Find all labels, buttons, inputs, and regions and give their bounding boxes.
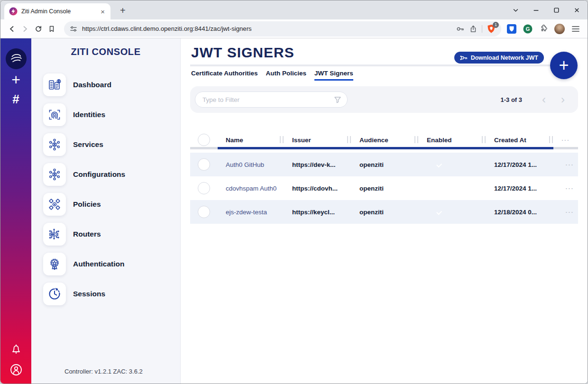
sidebar-item-policies[interactable]: Policies <box>31 189 180 219</box>
table-row[interactable]: ejs-zdew-testa https://keycl... openziti… <box>190 200 578 224</box>
cell-audience: openziti <box>351 209 419 216</box>
cell-name[interactable]: Auth0 GitHub <box>218 161 284 168</box>
browser-tabstrip: Ziti Admin Console × + <box>0 0 588 19</box>
column-header-audience[interactable]: Audience <box>351 133 419 147</box>
plus-icon: + <box>559 55 569 75</box>
row-checkbox[interactable] <box>198 206 210 218</box>
add-jwt-signer-button[interactable]: + <box>550 52 578 79</box>
table-header-row: Name Issuer Audience Enabled Created At … <box>190 133 578 147</box>
select-all-checkbox[interactable] <box>198 134 210 146</box>
sessions-icon <box>43 283 66 305</box>
policies-icon <box>43 193 66 216</box>
tab-close-icon[interactable]: × <box>100 8 106 16</box>
jwt-signers-table: Name Issuer Audience Enabled Created At … <box>190 133 578 224</box>
column-header-name[interactable]: Name <box>218 133 284 147</box>
profile-avatar[interactable] <box>554 24 565 34</box>
cell-issuer: https://cdovh... <box>284 185 351 192</box>
reload-button[interactable] <box>35 25 42 33</box>
sidebar-item-label: Configurations <box>73 170 125 179</box>
pagination-prev-icon[interactable]: ‹ <box>542 94 546 105</box>
sidebar-item-label: Policies <box>73 200 101 209</box>
pagination-next-icon[interactable]: › <box>561 94 565 105</box>
row-menu-icon[interactable]: ··· <box>553 161 578 168</box>
table-row[interactable]: Auth0 GitHub https://dev-k... openziti 1… <box>190 153 578 176</box>
sidebar-item-sessions[interactable]: Sessions <box>31 279 180 309</box>
cell-audience: openziti <box>351 185 419 192</box>
url-bar[interactable]: https://ctrl.cdaws.clint.demo.openziti.o… <box>64 21 501 37</box>
sidebar-item-label: Services <box>73 140 103 149</box>
url-text[interactable]: https://ctrl.cdaws.clint.demo.openziti.o… <box>82 25 451 32</box>
column-options-icon[interactable]: ··· <box>553 133 578 147</box>
tab-search-chevron-icon[interactable] <box>513 7 519 13</box>
column-header-enabled[interactable]: Enabled <box>419 133 486 147</box>
window-close-button[interactable] <box>574 7 580 13</box>
notifications-bell-icon[interactable] <box>10 343 22 355</box>
sidebar-item-authentication[interactable]: Authentication <box>31 249 180 279</box>
sidebar-item-label: Sessions <box>73 290 105 298</box>
row-checkbox[interactable] <box>198 182 210 194</box>
sidebar-item-label: Routers <box>73 230 101 238</box>
tab-certificate-authorities[interactable]: Certificate Authorities <box>191 70 258 81</box>
grammarly-extension-icon[interactable]: G <box>523 24 533 34</box>
cell-created-at: 12/17/2024 1... <box>486 161 553 168</box>
tab-jwt-signers[interactable]: JWT Signers <box>314 70 353 81</box>
toolbar-divider <box>482 25 482 33</box>
services-icon <box>43 133 66 156</box>
site-settings-icon[interactable] <box>70 25 77 33</box>
sidebar-item-label: Identities <box>73 110 105 119</box>
back-button[interactable] <box>8 25 16 33</box>
identities-icon <box>43 103 66 126</box>
user-profile-icon[interactable] <box>9 363 23 377</box>
table-row[interactable]: cdovhspam Auth0 https://cdovh... openzit… <box>190 176 578 200</box>
table-header-bar <box>190 147 578 149</box>
authentication-icon <box>43 253 66 275</box>
extensions-puzzle-icon[interactable] <box>539 25 548 33</box>
dashboard-icon <box>43 73 66 96</box>
rail-add-icon[interactable]: + <box>11 72 20 87</box>
browser-tab[interactable]: Ziti Admin Console × <box>4 3 110 19</box>
pagination-range-label: 1-3 of 3 <box>500 96 522 103</box>
filter-bar: 1-3 of 3 ‹ › <box>190 86 578 113</box>
browser-window: Ziti Admin Console × + <box>0 0 588 384</box>
configurations-icon <box>43 163 66 186</box>
window-maximize-button[interactable] <box>553 7 560 13</box>
download-network-jwt-button[interactable]: Download Network JWT <box>454 52 544 64</box>
sidebar-item-services[interactable]: Services <box>31 129 180 159</box>
sidebar-item-routers[interactable]: Routers <box>31 219 180 249</box>
row-menu-icon[interactable]: ··· <box>553 185 578 192</box>
sidebar-item-identities[interactable]: Identities <box>31 100 180 129</box>
filter-funnel-icon[interactable] <box>333 95 342 104</box>
ziti-logo-icon[interactable] <box>6 48 27 69</box>
version-footer: Controller: v1.2.1 ZAC: 3.6.2 <box>64 368 180 375</box>
cell-created-at: 12/18/2024 0... <box>486 209 553 216</box>
sidebar-item-label: Authentication <box>73 260 125 268</box>
cell-name[interactable]: cdovhspam Auth0 <box>218 185 284 192</box>
window-minimize-button[interactable] <box>533 7 539 13</box>
sidebar-item-dashboard[interactable]: Dashboard <box>31 70 180 100</box>
column-header-created-at[interactable]: Created At <box>486 133 553 147</box>
cell-issuer: https://keycl... <box>284 209 351 216</box>
row-checkbox[interactable] <box>198 158 210 171</box>
filter-input[interactable] <box>195 91 348 108</box>
shield-badge: 1 <box>493 22 499 28</box>
brave-shield-icon[interactable]: 1 <box>487 24 496 34</box>
sidebar-item-configurations[interactable]: Configurations <box>31 159 180 189</box>
new-tab-button[interactable]: + <box>117 4 129 17</box>
tab-title: Ziti Admin Console <box>21 8 100 15</box>
column-header-issuer[interactable]: Issuer <box>284 133 351 147</box>
bitwarden-extension-icon[interactable] <box>507 24 516 34</box>
rail-hash-icon[interactable]: # <box>12 93 19 105</box>
bookmark-icon[interactable] <box>48 25 55 33</box>
row-menu-icon[interactable]: ··· <box>553 209 578 216</box>
tab-auth-policies[interactable]: Auth Policies <box>266 70 307 81</box>
forward-button[interactable] <box>21 25 29 33</box>
share-icon[interactable] <box>469 25 477 33</box>
password-key-icon[interactable] <box>456 25 465 33</box>
routers-icon <box>43 223 66 246</box>
brand-rail: + # <box>0 38 31 384</box>
console-title: ZITI CONSOLE <box>31 46 180 58</box>
section-tabs: Certificate Authorities Auth Policies JW… <box>191 70 578 81</box>
cell-issuer: https://dev-k... <box>284 161 351 168</box>
cell-name[interactable]: ejs-zdew-testa <box>218 209 284 216</box>
menu-hamburger-icon[interactable] <box>571 25 580 33</box>
